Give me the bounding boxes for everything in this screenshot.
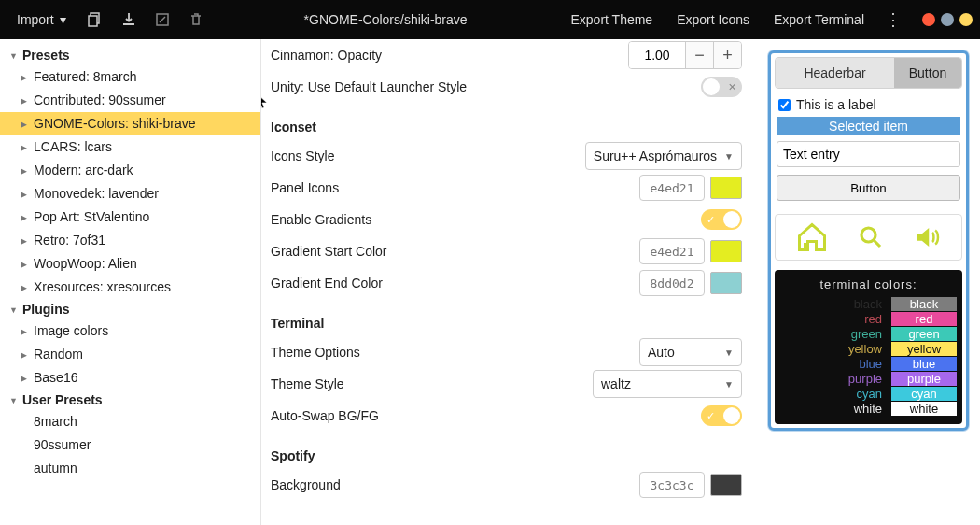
panel-icons-label: Panel Icons: [271, 180, 339, 195]
grad-end-hex[interactable]: [639, 270, 705, 296]
clone-icon[interactable]: [81, 6, 109, 34]
grad-start-hex[interactable]: [639, 238, 705, 264]
icons-style-combo[interactable]: Suru++ Asprómauros ▼: [585, 142, 742, 170]
terminal-color-swatch: white: [891, 402, 957, 416]
cinnamon-opacity-spinner: − +: [628, 41, 742, 69]
tree-header[interactable]: Plugins: [0, 299, 260, 319]
sidebar-item[interactable]: 8march: [0, 410, 260, 433]
tree-header[interactable]: User Presets: [0, 390, 260, 410]
sidebar-item[interactable]: Featured: 8march: [0, 65, 260, 89]
terminal-color-row: blueblue: [780, 357, 957, 371]
window-controls: [922, 13, 973, 26]
sidebar-item[interactable]: Contributed: 90ssumer: [0, 89, 260, 112]
chevron-down-icon: ▼: [724, 379, 734, 390]
caret-down-icon: [9, 50, 19, 61]
sidebar-item[interactable]: Retro: 7of31: [0, 229, 260, 252]
terminal-color-row: yellowyellow: [780, 342, 957, 356]
sidebar-item[interactable]: Xresources: xresources: [0, 276, 260, 299]
icons-style-label: Icons Style: [271, 149, 334, 163]
chevron-down-icon: ▼: [724, 348, 734, 358]
dot-2[interactable]: [941, 13, 954, 26]
edit-icon[interactable]: [148, 6, 176, 34]
terminal-preview-title: terminal colors:: [780, 277, 957, 291]
grad-start-label: Gradient Start Color: [271, 244, 387, 259]
spotify-bg-swatch[interactable]: [710, 474, 742, 496]
caret-right-icon: [21, 234, 30, 248]
terminal-color-name: black: [817, 297, 882, 311]
download-icon[interactable]: [115, 6, 143, 34]
cinnamon-opacity-input[interactable]: [629, 42, 685, 68]
preview-text-entry[interactable]: [777, 141, 960, 167]
terminal-color-row: greengreen: [780, 327, 957, 341]
caret-right-icon: [21, 324, 30, 339]
spotify-bg-hex[interactable]: [639, 472, 705, 498]
caret-right-icon: [21, 348, 30, 362]
caret-right-icon: [21, 187, 30, 202]
terminal-color-name: yellow: [817, 342, 882, 356]
caret-right-icon: [21, 210, 30, 225]
sidebar-item[interactable]: Monovedek: lavender: [0, 182, 260, 206]
grad-start-swatch[interactable]: [710, 240, 742, 262]
caret-right-icon: [21, 93, 30, 108]
opacity-plus-button[interactable]: +: [713, 42, 741, 68]
iconset-heading: Iconset: [271, 120, 742, 135]
terminal-color-row: whitewhite: [780, 402, 957, 416]
svg-rect-1: [89, 16, 97, 26]
sidebar-item[interactable]: Image colors: [0, 319, 260, 343]
sidebar-item[interactable]: Pop Art: StValentino: [0, 206, 260, 229]
theme-options-combo[interactable]: Auto ▼: [639, 338, 742, 366]
dot-1[interactable]: [922, 13, 935, 26]
cinnamon-opacity-label: Cinnamon: Opacity: [271, 48, 382, 63]
enable-gradients-label: Enable Gradients: [271, 212, 371, 227]
import-label: Import: [17, 12, 54, 27]
sidebar-item[interactable]: GNOME-Colors: shiki-brave: [0, 112, 260, 135]
app-headerbar: Import ▾ *GNOME-Colors/shiki-brave Expor…: [0, 0, 980, 39]
export-terminal-button[interactable]: Export Terminal: [764, 7, 874, 33]
terminal-color-swatch: purple: [891, 372, 957, 386]
sidebar-item[interactable]: Modern: arc-dark: [0, 159, 260, 182]
opacity-minus-button[interactable]: −: [685, 42, 713, 68]
terminal-color-row: purplepurple: [780, 372, 957, 386]
preview-headerbar-label: Headerbar: [776, 58, 894, 88]
preview-headerbar-button[interactable]: Button: [894, 58, 961, 88]
dot-3[interactable]: [959, 13, 973, 26]
search-icon: [857, 223, 885, 251]
caret-right-icon: [21, 371, 30, 386]
sidebar-item[interactable]: LCARS: lcars: [0, 135, 260, 159]
export-icons-button[interactable]: Export Icons: [667, 7, 759, 33]
export-theme-button[interactable]: Export Theme: [561, 7, 662, 33]
theme-style-combo[interactable]: waltz ▼: [593, 370, 742, 398]
unity-launcher-switch[interactable]: ✕: [701, 77, 742, 97]
kebab-menu-icon[interactable]: ⋮: [879, 6, 907, 34]
unity-launcher-label: Unity: Use Default Launcher Style: [271, 79, 467, 94]
sidebar-item[interactable]: WoopWoop: Alien: [0, 252, 260, 276]
preview-checkbox[interactable]: [778, 99, 791, 111]
speaker-icon: [914, 223, 942, 251]
panel-icons-hex[interactable]: [639, 175, 705, 201]
sidebar-item[interactable]: Base16: [0, 366, 260, 390]
panel-icons-swatch[interactable]: [710, 177, 742, 199]
trash-icon[interactable]: [182, 6, 210, 34]
preview-selected-item[interactable]: Selected item: [777, 117, 960, 135]
terminal-color-swatch: red: [891, 312, 957, 326]
theme-preview: Headerbar Button This is a label Selecte…: [768, 50, 969, 431]
svg-rect-3: [804, 243, 808, 250]
sidebar-item[interactable]: autumn: [0, 457, 260, 480]
sidebar-item[interactable]: Random: [0, 343, 260, 366]
terminal-color-name: green: [817, 327, 882, 341]
autoswap-label: Auto-Swap BG/FG: [271, 408, 379, 423]
chevron-down-icon: ▾: [60, 12, 66, 27]
tree-header[interactable]: Presets: [0, 45, 260, 65]
caret-down-icon: [9, 395, 19, 405]
import-button[interactable]: Import ▾: [7, 7, 76, 33]
preset-sidebar: PresetsFeatured: 8marchContributed: 90ss…: [0, 39, 261, 525]
enable-gradients-switch[interactable]: ✓: [701, 209, 742, 230]
svg-point-4: [861, 228, 875, 242]
autoswap-switch[interactable]: ✓: [701, 405, 742, 426]
sidebar-item[interactable]: 90ssumer: [0, 433, 260, 457]
preview-button[interactable]: Button: [777, 175, 960, 201]
preview-icon-row: [775, 214, 962, 261]
terminal-color-name: white: [817, 402, 882, 416]
caret-right-icon: [21, 117, 30, 132]
grad-end-swatch[interactable]: [710, 272, 742, 294]
